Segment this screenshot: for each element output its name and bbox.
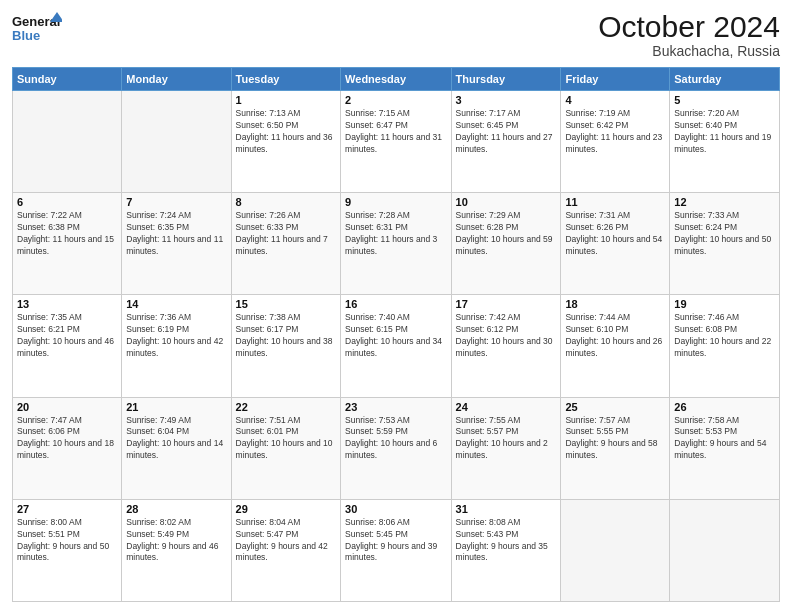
day-number: 17 <box>456 298 557 310</box>
day-number: 26 <box>674 401 775 413</box>
logo-svg: General Blue <box>12 10 62 45</box>
calendar-cell: 29Sunrise: 8:04 AM Sunset: 5:47 PM Dayli… <box>231 499 340 601</box>
svg-text:Blue: Blue <box>12 28 40 43</box>
calendar-cell: 25Sunrise: 7:57 AM Sunset: 5:55 PM Dayli… <box>561 397 670 499</box>
calendar-header-row: SundayMondayTuesdayWednesdayThursdayFrid… <box>13 68 780 91</box>
day-info: Sunrise: 7:49 AM Sunset: 6:04 PM Dayligh… <box>126 415 226 463</box>
day-number: 2 <box>345 94 446 106</box>
day-number: 8 <box>236 196 336 208</box>
day-info: Sunrise: 7:20 AM Sunset: 6:40 PM Dayligh… <box>674 108 775 156</box>
day-info: Sunrise: 7:55 AM Sunset: 5:57 PM Dayligh… <box>456 415 557 463</box>
day-info: Sunrise: 7:47 AM Sunset: 6:06 PM Dayligh… <box>17 415 117 463</box>
calendar-cell: 14Sunrise: 7:36 AM Sunset: 6:19 PM Dayli… <box>122 295 231 397</box>
day-info: Sunrise: 7:51 AM Sunset: 6:01 PM Dayligh… <box>236 415 336 463</box>
weekday-header-friday: Friday <box>561 68 670 91</box>
day-info: Sunrise: 7:57 AM Sunset: 5:55 PM Dayligh… <box>565 415 665 463</box>
day-number: 27 <box>17 503 117 515</box>
calendar-cell: 4Sunrise: 7:19 AM Sunset: 6:42 PM Daylig… <box>561 91 670 193</box>
day-info: Sunrise: 8:04 AM Sunset: 5:47 PM Dayligh… <box>236 517 336 565</box>
calendar-cell: 15Sunrise: 7:38 AM Sunset: 6:17 PM Dayli… <box>231 295 340 397</box>
calendar-cell <box>670 499 780 601</box>
day-number: 11 <box>565 196 665 208</box>
day-number: 24 <box>456 401 557 413</box>
weekday-header-saturday: Saturday <box>670 68 780 91</box>
day-number: 28 <box>126 503 226 515</box>
day-number: 1 <box>236 94 336 106</box>
calendar-week-4: 20Sunrise: 7:47 AM Sunset: 6:06 PM Dayli… <box>13 397 780 499</box>
day-number: 29 <box>236 503 336 515</box>
day-info: Sunrise: 7:15 AM Sunset: 6:47 PM Dayligh… <box>345 108 446 156</box>
calendar-cell: 11Sunrise: 7:31 AM Sunset: 6:26 PM Dayli… <box>561 193 670 295</box>
day-info: Sunrise: 8:02 AM Sunset: 5:49 PM Dayligh… <box>126 517 226 565</box>
calendar-cell: 3Sunrise: 7:17 AM Sunset: 6:45 PM Daylig… <box>451 91 561 193</box>
calendar-cell: 30Sunrise: 8:06 AM Sunset: 5:45 PM Dayli… <box>341 499 451 601</box>
day-number: 9 <box>345 196 446 208</box>
day-info: Sunrise: 7:29 AM Sunset: 6:28 PM Dayligh… <box>456 210 557 258</box>
calendar-cell: 20Sunrise: 7:47 AM Sunset: 6:06 PM Dayli… <box>13 397 122 499</box>
day-info: Sunrise: 7:44 AM Sunset: 6:10 PM Dayligh… <box>565 312 665 360</box>
title-block: October 2024 Bukachacha, Russia <box>598 10 780 59</box>
day-info: Sunrise: 7:38 AM Sunset: 6:17 PM Dayligh… <box>236 312 336 360</box>
calendar-cell: 28Sunrise: 8:02 AM Sunset: 5:49 PM Dayli… <box>122 499 231 601</box>
day-info: Sunrise: 7:26 AM Sunset: 6:33 PM Dayligh… <box>236 210 336 258</box>
calendar-cell: 21Sunrise: 7:49 AM Sunset: 6:04 PM Dayli… <box>122 397 231 499</box>
day-number: 15 <box>236 298 336 310</box>
calendar-cell: 7Sunrise: 7:24 AM Sunset: 6:35 PM Daylig… <box>122 193 231 295</box>
day-number: 13 <box>17 298 117 310</box>
day-info: Sunrise: 7:53 AM Sunset: 5:59 PM Dayligh… <box>345 415 446 463</box>
calendar-body: 1Sunrise: 7:13 AM Sunset: 6:50 PM Daylig… <box>13 91 780 602</box>
weekday-header-sunday: Sunday <box>13 68 122 91</box>
calendar-cell: 22Sunrise: 7:51 AM Sunset: 6:01 PM Dayli… <box>231 397 340 499</box>
day-number: 16 <box>345 298 446 310</box>
day-number: 7 <box>126 196 226 208</box>
calendar-week-5: 27Sunrise: 8:00 AM Sunset: 5:51 PM Dayli… <box>13 499 780 601</box>
day-number: 21 <box>126 401 226 413</box>
day-info: Sunrise: 7:31 AM Sunset: 6:26 PM Dayligh… <box>565 210 665 258</box>
calendar-week-1: 1Sunrise: 7:13 AM Sunset: 6:50 PM Daylig… <box>13 91 780 193</box>
calendar-cell: 10Sunrise: 7:29 AM Sunset: 6:28 PM Dayli… <box>451 193 561 295</box>
calendar-cell: 19Sunrise: 7:46 AM Sunset: 6:08 PM Dayli… <box>670 295 780 397</box>
day-info: Sunrise: 7:19 AM Sunset: 6:42 PM Dayligh… <box>565 108 665 156</box>
calendar-cell <box>13 91 122 193</box>
calendar-cell: 27Sunrise: 8:00 AM Sunset: 5:51 PM Dayli… <box>13 499 122 601</box>
day-info: Sunrise: 7:42 AM Sunset: 6:12 PM Dayligh… <box>456 312 557 360</box>
day-info: Sunrise: 8:00 AM Sunset: 5:51 PM Dayligh… <box>17 517 117 565</box>
day-info: Sunrise: 7:13 AM Sunset: 6:50 PM Dayligh… <box>236 108 336 156</box>
day-info: Sunrise: 7:22 AM Sunset: 6:38 PM Dayligh… <box>17 210 117 258</box>
day-number: 30 <box>345 503 446 515</box>
weekday-header-tuesday: Tuesday <box>231 68 340 91</box>
day-info: Sunrise: 7:33 AM Sunset: 6:24 PM Dayligh… <box>674 210 775 258</box>
calendar-cell: 13Sunrise: 7:35 AM Sunset: 6:21 PM Dayli… <box>13 295 122 397</box>
calendar-cell: 2Sunrise: 7:15 AM Sunset: 6:47 PM Daylig… <box>341 91 451 193</box>
day-number: 25 <box>565 401 665 413</box>
day-number: 23 <box>345 401 446 413</box>
calendar-cell <box>561 499 670 601</box>
calendar-cell: 17Sunrise: 7:42 AM Sunset: 6:12 PM Dayli… <box>451 295 561 397</box>
header: General Blue October 2024 Bukachacha, Ru… <box>12 10 780 59</box>
calendar-cell: 26Sunrise: 7:58 AM Sunset: 5:53 PM Dayli… <box>670 397 780 499</box>
calendar-cell: 18Sunrise: 7:44 AM Sunset: 6:10 PM Dayli… <box>561 295 670 397</box>
calendar-cell: 16Sunrise: 7:40 AM Sunset: 6:15 PM Dayli… <box>341 295 451 397</box>
day-number: 12 <box>674 196 775 208</box>
logo: General Blue <box>12 10 62 45</box>
calendar-cell: 31Sunrise: 8:08 AM Sunset: 5:43 PM Dayli… <box>451 499 561 601</box>
calendar-week-2: 6Sunrise: 7:22 AM Sunset: 6:38 PM Daylig… <box>13 193 780 295</box>
day-info: Sunrise: 7:28 AM Sunset: 6:31 PM Dayligh… <box>345 210 446 258</box>
day-info: Sunrise: 7:36 AM Sunset: 6:19 PM Dayligh… <box>126 312 226 360</box>
day-number: 14 <box>126 298 226 310</box>
day-info: Sunrise: 7:35 AM Sunset: 6:21 PM Dayligh… <box>17 312 117 360</box>
day-number: 5 <box>674 94 775 106</box>
location: Bukachacha, Russia <box>598 43 780 59</box>
day-number: 20 <box>17 401 117 413</box>
day-number: 3 <box>456 94 557 106</box>
calendar-cell: 23Sunrise: 7:53 AM Sunset: 5:59 PM Dayli… <box>341 397 451 499</box>
calendar-cell: 1Sunrise: 7:13 AM Sunset: 6:50 PM Daylig… <box>231 91 340 193</box>
day-number: 31 <box>456 503 557 515</box>
month-title: October 2024 <box>598 10 780 43</box>
page: General Blue October 2024 Bukachacha, Ru… <box>0 0 792 612</box>
calendar-cell: 5Sunrise: 7:20 AM Sunset: 6:40 PM Daylig… <box>670 91 780 193</box>
calendar-cell: 9Sunrise: 7:28 AM Sunset: 6:31 PM Daylig… <box>341 193 451 295</box>
weekday-header-thursday: Thursday <box>451 68 561 91</box>
day-number: 19 <box>674 298 775 310</box>
day-number: 10 <box>456 196 557 208</box>
